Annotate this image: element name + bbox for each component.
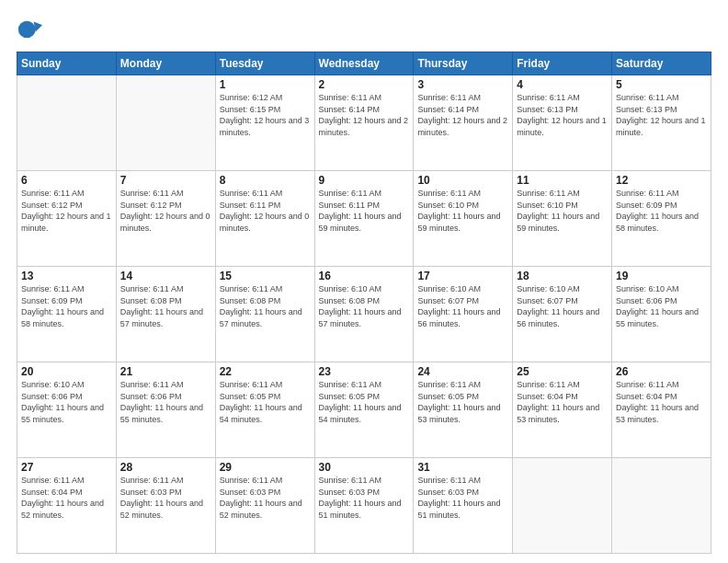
calendar-cell: 2 Sunrise: 6:11 AMSunset: 6:14 PMDayligh… xyxy=(314,75,414,171)
day-number: 13 xyxy=(21,270,112,282)
day-info: Sunrise: 6:11 AMSunset: 6:14 PMDaylight:… xyxy=(417,93,507,137)
calendar-cell: 4 Sunrise: 6:11 AMSunset: 6:13 PMDayligh… xyxy=(513,75,612,171)
day-info: Sunrise: 6:11 AMSunset: 6:08 PMDaylight:… xyxy=(220,284,302,328)
day-info: Sunrise: 6:11 AMSunset: 6:14 PMDaylight:… xyxy=(319,93,409,137)
calendar-cell: 17 Sunrise: 6:10 AMSunset: 6:07 PMDaylig… xyxy=(414,267,513,362)
calendar-cell: 20 Sunrise: 6:10 AMSunset: 6:06 PMDaylig… xyxy=(17,362,117,458)
calendar-cell: 7 Sunrise: 6:11 AMSunset: 6:12 PMDayligh… xyxy=(116,171,215,267)
weekday-header: Thursday xyxy=(414,52,513,75)
day-info: Sunrise: 6:10 AMSunset: 6:07 PMDaylight:… xyxy=(417,284,500,328)
day-number: 11 xyxy=(517,174,608,187)
calendar-cell: 18 Sunrise: 6:10 AMSunset: 6:07 PMDaylig… xyxy=(513,267,612,362)
day-info: Sunrise: 6:11 AMSunset: 6:04 PMDaylight:… xyxy=(517,380,599,424)
calendar-cell: 27 Sunrise: 6:11 AMSunset: 6:04 PMDaylig… xyxy=(17,458,117,554)
day-info: Sunrise: 6:10 AMSunset: 6:06 PMDaylight:… xyxy=(21,380,104,424)
day-info: Sunrise: 6:11 AMSunset: 6:12 PMDaylight:… xyxy=(21,189,111,233)
calendar-cell: 16 Sunrise: 6:10 AMSunset: 6:08 PMDaylig… xyxy=(314,267,414,362)
calendar-cell: 14 Sunrise: 6:11 AMSunset: 6:08 PMDaylig… xyxy=(116,267,215,362)
day-info: Sunrise: 6:11 AMSunset: 6:10 PMDaylight:… xyxy=(517,189,599,233)
calendar-cell: 31 Sunrise: 6:11 AMSunset: 6:03 PMDaylig… xyxy=(414,458,513,554)
day-number: 2 xyxy=(319,78,410,91)
day-info: Sunrise: 6:11 AMSunset: 6:08 PMDaylight:… xyxy=(120,284,203,328)
day-number: 5 xyxy=(616,78,707,91)
day-info: Sunrise: 6:11 AMSunset: 6:03 PMDaylight:… xyxy=(417,476,500,520)
day-info: Sunrise: 6:12 AMSunset: 6:15 PMDaylight:… xyxy=(220,93,310,137)
day-number: 9 xyxy=(319,174,410,187)
calendar-cell: 21 Sunrise: 6:11 AMSunset: 6:06 PMDaylig… xyxy=(116,362,215,458)
calendar-cell: 28 Sunrise: 6:11 AMSunset: 6:03 PMDaylig… xyxy=(116,458,215,554)
day-info: Sunrise: 6:11 AMSunset: 6:03 PMDaylight:… xyxy=(319,476,402,520)
day-info: Sunrise: 6:11 AMSunset: 6:13 PMDaylight:… xyxy=(517,93,607,137)
day-number: 28 xyxy=(120,461,211,474)
calendar-week-row: 6 Sunrise: 6:11 AMSunset: 6:12 PMDayligh… xyxy=(17,171,711,267)
calendar-cell: 26 Sunrise: 6:11 AMSunset: 6:04 PMDaylig… xyxy=(612,362,711,458)
day-info: Sunrise: 6:11 AMSunset: 6:05 PMDaylight:… xyxy=(220,380,302,424)
day-number: 7 xyxy=(120,174,211,187)
calendar-table: SundayMondayTuesdayWednesdayThursdayFrid… xyxy=(17,52,711,554)
day-info: Sunrise: 6:11 AMSunset: 6:04 PMDaylight:… xyxy=(616,380,699,424)
calendar-cell: 1 Sunrise: 6:12 AMSunset: 6:15 PMDayligh… xyxy=(215,75,314,171)
logo xyxy=(17,17,46,42)
day-number: 16 xyxy=(319,270,410,282)
calendar-cell: 11 Sunrise: 6:11 AMSunset: 6:10 PMDaylig… xyxy=(513,171,612,267)
day-info: Sunrise: 6:10 AMSunset: 6:08 PMDaylight:… xyxy=(319,284,402,328)
calendar-cell xyxy=(513,458,612,554)
calendar-cell: 10 Sunrise: 6:11 AMSunset: 6:10 PMDaylig… xyxy=(414,171,513,267)
calendar-cell: 29 Sunrise: 6:11 AMSunset: 6:03 PMDaylig… xyxy=(215,458,314,554)
svg-point-0 xyxy=(18,21,36,39)
calendar-cell xyxy=(612,458,711,554)
header xyxy=(17,17,711,42)
calendar-week-row: 1 Sunrise: 6:12 AMSunset: 6:15 PMDayligh… xyxy=(17,75,711,171)
calendar-week-row: 13 Sunrise: 6:11 AMSunset: 6:09 PMDaylig… xyxy=(17,267,711,362)
day-info: Sunrise: 6:11 AMSunset: 6:03 PMDaylight:… xyxy=(220,476,302,520)
day-number: 20 xyxy=(21,365,112,378)
calendar-cell: 24 Sunrise: 6:11 AMSunset: 6:05 PMDaylig… xyxy=(414,362,513,458)
day-number: 17 xyxy=(417,270,508,282)
day-info: Sunrise: 6:11 AMSunset: 6:04 PMDaylight:… xyxy=(21,476,104,520)
weekday-header: Monday xyxy=(116,52,215,75)
calendar-cell: 22 Sunrise: 6:11 AMSunset: 6:05 PMDaylig… xyxy=(215,362,314,458)
day-number: 14 xyxy=(120,270,211,282)
day-number: 12 xyxy=(616,174,707,187)
weekday-header: Friday xyxy=(513,52,612,75)
weekday-header: Tuesday xyxy=(215,52,314,75)
calendar-header-row: SundayMondayTuesdayWednesdayThursdayFrid… xyxy=(17,52,711,75)
calendar-week-row: 20 Sunrise: 6:10 AMSunset: 6:06 PMDaylig… xyxy=(17,362,711,458)
calendar-cell: 13 Sunrise: 6:11 AMSunset: 6:09 PMDaylig… xyxy=(17,267,117,362)
calendar-cell: 25 Sunrise: 6:11 AMSunset: 6:04 PMDaylig… xyxy=(513,362,612,458)
day-number: 15 xyxy=(220,270,311,282)
calendar-cell xyxy=(17,75,117,171)
page: SundayMondayTuesdayWednesdayThursdayFrid… xyxy=(0,0,728,563)
day-number: 25 xyxy=(517,365,608,378)
day-info: Sunrise: 6:11 AMSunset: 6:03 PMDaylight:… xyxy=(120,476,203,520)
calendar-week-row: 27 Sunrise: 6:11 AMSunset: 6:04 PMDaylig… xyxy=(17,458,711,554)
day-info: Sunrise: 6:11 AMSunset: 6:11 PMDaylight:… xyxy=(220,189,310,233)
day-number: 26 xyxy=(616,365,707,378)
day-info: Sunrise: 6:11 AMSunset: 6:12 PMDaylight:… xyxy=(120,189,210,233)
day-number: 4 xyxy=(517,78,608,91)
day-number: 31 xyxy=(417,461,508,474)
day-info: Sunrise: 6:11 AMSunset: 6:13 PMDaylight:… xyxy=(616,93,706,137)
day-number: 27 xyxy=(21,461,112,474)
day-info: Sunrise: 6:10 AMSunset: 6:07 PMDaylight:… xyxy=(517,284,599,328)
day-number: 24 xyxy=(417,365,508,378)
calendar-cell: 15 Sunrise: 6:11 AMSunset: 6:08 PMDaylig… xyxy=(215,267,314,362)
day-number: 29 xyxy=(220,461,311,474)
day-info: Sunrise: 6:11 AMSunset: 6:09 PMDaylight:… xyxy=(21,284,104,328)
calendar-cell: 6 Sunrise: 6:11 AMSunset: 6:12 PMDayligh… xyxy=(17,171,117,267)
day-number: 6 xyxy=(21,174,112,187)
day-info: Sunrise: 6:11 AMSunset: 6:06 PMDaylight:… xyxy=(120,380,203,424)
day-info: Sunrise: 6:10 AMSunset: 6:06 PMDaylight:… xyxy=(616,284,699,328)
day-number: 22 xyxy=(220,365,311,378)
day-number: 30 xyxy=(319,461,410,474)
day-info: Sunrise: 6:11 AMSunset: 6:05 PMDaylight:… xyxy=(319,380,402,424)
calendar-cell: 5 Sunrise: 6:11 AMSunset: 6:13 PMDayligh… xyxy=(612,75,711,171)
calendar-cell: 19 Sunrise: 6:10 AMSunset: 6:06 PMDaylig… xyxy=(612,267,711,362)
day-number: 1 xyxy=(220,78,311,91)
day-info: Sunrise: 6:11 AMSunset: 6:10 PMDaylight:… xyxy=(417,189,500,233)
weekday-header: Wednesday xyxy=(314,52,414,75)
day-info: Sunrise: 6:11 AMSunset: 6:05 PMDaylight:… xyxy=(417,380,500,424)
day-number: 18 xyxy=(517,270,608,282)
logo-icon xyxy=(17,17,42,42)
day-number: 21 xyxy=(120,365,211,378)
